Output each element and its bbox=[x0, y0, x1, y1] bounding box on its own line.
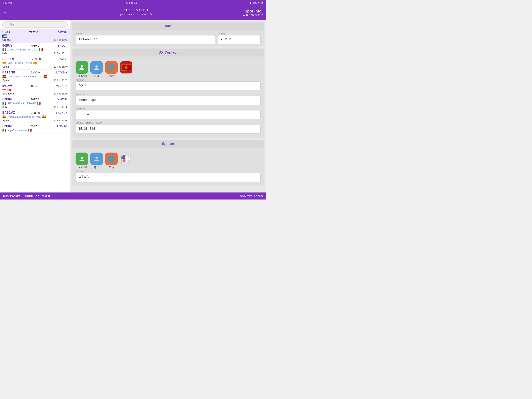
info-title: Info bbox=[165, 24, 171, 28]
filter-input[interactable] bbox=[2, 21, 68, 28]
battery-icon: 🔋 bbox=[260, 1, 264, 4]
continent-label: Continent bbox=[76, 108, 85, 110]
spot-item[interactable]: EA1ANB 7105.0 EA7KBW 🇪🇸 DIPLOMA TAPAS DE… bbox=[0, 70, 70, 83]
spot-item[interactable]: EA7GVZ 7082.0 EA7KCK 🇪🇸 Trofeo Hermandad… bbox=[0, 110, 70, 123]
spot-country: Italy bbox=[2, 52, 7, 55]
wifi-icon: ▲ bbox=[249, 1, 252, 4]
country-flag-icon: 🇲🇪 bbox=[120, 61, 133, 74]
spotter-body: HamQTH QRZ 🌐 bbox=[72, 148, 264, 186]
spot-country: Spain bbox=[2, 119, 9, 122]
when-value: 11 Feb 15:31 bbox=[76, 35, 215, 44]
spotter-hamqth-icon bbox=[76, 153, 88, 165]
left-panel: 🔍 SX4A 7157.0 IZ8EGM 🇬🇷 Greece 11 Feb 15… bbox=[0, 20, 70, 193]
spotter-flag-button[interactable]: 🇺🇸 bbox=[120, 153, 133, 168]
spotter-callsign-label: Callsign bbox=[76, 170, 84, 172]
spotter-hamqth-label: HamQTH bbox=[77, 166, 87, 168]
spot-time: 11 Feb 15:39 bbox=[54, 79, 68, 82]
refresh-icon[interactable]: ↻ bbox=[149, 13, 152, 16]
spot-freq: 7082.0 bbox=[31, 111, 40, 114]
spotter-map-label: Map bbox=[109, 166, 114, 168]
country-flag-button[interactable]: 🇲🇪 bbox=[120, 61, 133, 77]
spot-freq: 7085.0 bbox=[30, 44, 39, 47]
spot-country: Greece bbox=[2, 38, 11, 41]
spot-freq: 7105.0 bbox=[31, 71, 40, 74]
spot-time: 11 Feb 15:38 bbox=[54, 106, 68, 109]
spot-callsign: EA1ANB bbox=[2, 71, 15, 74]
hamqth-button[interactable]: HamQTH bbox=[76, 61, 88, 77]
spot-time: 11 Feb 15:40 bbox=[54, 65, 68, 68]
spot-callsign: IT9HRL bbox=[2, 124, 13, 128]
footer: Most Popular EA3URL on 7090.0 www.mircul… bbox=[0, 193, 266, 200]
header-freq: 7 mHz bbox=[121, 9, 130, 12]
spot-comment: VGL-147 DME-25134 bbox=[7, 62, 32, 64]
spotter-flag: 🇪🇸 bbox=[33, 61, 37, 65]
spot-item[interactable]: IT9HRL 7097.0 IW8ENL 🇮🇹 AW. ANGELI A 4 Z… bbox=[0, 97, 70, 110]
location-label: Location bbox=[76, 93, 84, 96]
dx-flag: 🇮🇹 bbox=[2, 129, 6, 132]
info-body: When 11 Feb 15:31 Where 7011.2 bbox=[72, 30, 264, 46]
status-bar: 4:43 PM Thu Feb 11 ▲ 100% 🔋 bbox=[0, 0, 266, 6]
spot-country: Italy bbox=[2, 106, 7, 109]
header-utc: 15:43 UTC bbox=[134, 9, 149, 12]
spot-callsign: EA3URL bbox=[2, 57, 15, 61]
spot-spotter: IU3MAG bbox=[56, 124, 68, 128]
spot-item[interactable]: II4BUY 7085.0 IK4JQR 🇮🇹 MARCONI ELETTRA … bbox=[0, 43, 70, 56]
dx-flag: 🇸🇬 bbox=[2, 88, 6, 92]
right-panel: Info When 11 Feb 15:31 Where 7011.2 DX bbox=[70, 20, 266, 193]
spotter-map-button[interactable]: 🌐 Map bbox=[105, 153, 118, 168]
dx-flag: 🇮🇹 bbox=[2, 102, 6, 105]
hamqth-icon bbox=[76, 61, 88, 74]
spot-spotter: EA7KBW bbox=[55, 71, 68, 74]
location-value: Montenegro bbox=[76, 96, 260, 105]
spot-item[interactable]: 9V1VV 7003.0 VE7AHA 🇸🇬 🇨🇦 Singapore 11 F… bbox=[0, 83, 70, 97]
spot-time: 11 Feb 15:42 bbox=[54, 52, 68, 55]
back-button[interactable]: ← bbox=[3, 10, 7, 15]
info-header: Info bbox=[72, 22, 264, 30]
qrz-button[interactable]: QRZ bbox=[90, 61, 103, 77]
footer-url: www.mircules.com bbox=[240, 194, 263, 198]
spot-comment: Trofeo Hermandades del Roci bbox=[7, 115, 41, 118]
spot-freq: 7003.0 bbox=[30, 84, 38, 87]
spot-item[interactable]: EA3URL 7090.0 EA7BO 🇪🇸 VGL-147 DME-25134… bbox=[0, 56, 70, 70]
spotter-hamqth-button[interactable]: HamQTH bbox=[76, 153, 88, 168]
spot-callsign: 9V1VV bbox=[2, 84, 12, 88]
continent-field: Continent Europe bbox=[76, 107, 260, 119]
spot-spotter: VE7AHA bbox=[56, 84, 68, 87]
spot-time: 11 Feb 15:36 bbox=[54, 119, 68, 122]
main-layout: 🔍 SX4A 7157.0 IZ8EGM 🇬🇷 Greece 11 Feb 15… bbox=[0, 20, 266, 193]
continent-value: Europe bbox=[76, 110, 260, 119]
spots-list: SX4A 7157.0 IZ8EGM 🇬🇷 Greece 11 Feb 15:4… bbox=[0, 29, 70, 193]
qrz-label: QRZ bbox=[94, 74, 99, 77]
when-label: When bbox=[76, 32, 215, 35]
callsign-value: 4O4T bbox=[76, 81, 260, 90]
hamqth-label: HamQTH bbox=[77, 74, 87, 77]
spot-item[interactable]: SX4A 7157.0 IZ8EGM 🇬🇷 Greece 11 Feb 15:4… bbox=[0, 29, 70, 43]
dx-flag: 🇮🇹 bbox=[2, 48, 6, 51]
spotter-callsign-value: W7WA bbox=[76, 173, 260, 182]
spot-spotter: EA7BO bbox=[58, 57, 68, 61]
spotter-qrz-label: QRZ bbox=[94, 166, 99, 168]
dx-icons-row: HamQTH QRZ 🌐 bbox=[76, 61, 260, 77]
spot-freq: 7157.0 bbox=[29, 31, 38, 34]
spot-freq: 7097.0 bbox=[30, 124, 39, 128]
spot-country: Singapore bbox=[2, 92, 14, 95]
zones-field: CQ Zone, ITU Zone, DXCC 15, 28, 514 bbox=[76, 121, 260, 134]
map-button[interactable]: 🌐 Map bbox=[105, 61, 118, 77]
spotter-flag: 🇪🇸 bbox=[44, 75, 47, 78]
header-spot-info: Spot Info 4O4T on 7011.2 bbox=[243, 9, 263, 17]
spot-spotter: EA7KCK bbox=[56, 111, 68, 114]
dx-flag: 🇬🇷 bbox=[2, 34, 7, 38]
spotter-flag: 🇨🇦 bbox=[7, 88, 11, 92]
spot-callsign: SX4A bbox=[2, 31, 11, 34]
spot-info-sub: 4O4T on 7011.2 bbox=[243, 13, 263, 17]
spotter-qrz-button[interactable]: QRZ bbox=[90, 153, 103, 168]
spot-callsign: II4BUY bbox=[2, 44, 13, 47]
spotter-flag: 🇮🇹 bbox=[28, 129, 32, 132]
dx-flag: 🇪🇸 bbox=[2, 115, 6, 119]
spot-item[interactable]: IT9HRL 7097.0 IU3MAG 🇮🇹 angeli a 4 zampe… bbox=[0, 123, 70, 134]
dx-contact-title: DX Contact bbox=[158, 51, 177, 54]
spotter-flag: 🇮🇹 bbox=[39, 48, 43, 51]
status-time: 4:43 PM bbox=[2, 1, 12, 4]
zones-value: 15, 28, 514 bbox=[76, 125, 260, 134]
svg-point-0 bbox=[81, 65, 83, 68]
